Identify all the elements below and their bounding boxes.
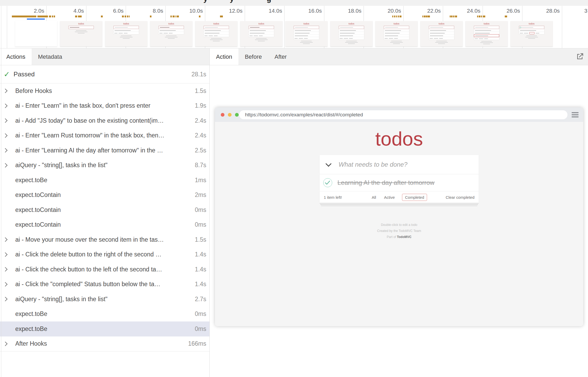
chevron-right-icon[interactable] bbox=[3, 103, 8, 108]
thumbnail-item-text bbox=[250, 33, 264, 33]
action-row[interactable]: expect.toContain0ms bbox=[0, 202, 209, 217]
action-row[interactable]: ai - Move your mouse over the second ite… bbox=[0, 232, 209, 247]
thumbnail-info-line bbox=[346, 41, 357, 41]
thumbnail-item-text bbox=[340, 30, 356, 31]
action-row[interactable]: ai - Enter "Learn Rust tomorrow" in the … bbox=[0, 128, 209, 143]
thumbnail-todos-title: todos bbox=[105, 22, 147, 25]
action-row[interactable]: ai - Enter "Learn" in the task box, don'… bbox=[0, 98, 209, 113]
timeline-tick-label: 22.0s bbox=[412, 8, 441, 14]
popout-icon[interactable] bbox=[576, 53, 584, 62]
action-row[interactable]: expect.toContain0ms bbox=[0, 217, 209, 232]
action-row[interactable]: expect.toBe0ms bbox=[0, 321, 209, 336]
thumbnail-input-text bbox=[430, 27, 443, 28]
timeline[interactable]: 2.0s4.0s6.0s8.0s10.0s12.0s14.0s16.0s18.0… bbox=[0, 6, 588, 48]
thumbnail-item-text bbox=[475, 30, 491, 31]
chevron-right-icon[interactable] bbox=[3, 341, 8, 346]
chevron-right-icon[interactable] bbox=[3, 148, 8, 153]
chevron-right-icon[interactable] bbox=[3, 89, 8, 93]
film-thumbnail[interactable]: todos bbox=[466, 21, 508, 47]
action-duration: 2.4s bbox=[195, 132, 206, 139]
action-row[interactable]: expect.toBe0ms bbox=[0, 307, 209, 322]
film-thumbnail[interactable]: todos bbox=[240, 21, 282, 47]
thumbnail-input bbox=[294, 26, 319, 29]
thumbnail-item-text bbox=[385, 36, 398, 36]
action-row[interactable]: aiQuery - "string[], tasks in the list"2… bbox=[0, 292, 209, 307]
chevron-right-icon[interactable] bbox=[3, 237, 8, 242]
thumbnail-footer-text bbox=[299, 38, 303, 39]
chevron-right-icon[interactable] bbox=[3, 267, 8, 272]
action-row[interactable]: After Hooks166ms bbox=[0, 336, 209, 351]
thumbnail-card bbox=[114, 26, 139, 34]
film-thumbnail[interactable]: todos bbox=[105, 21, 147, 47]
chevron-down-icon[interactable] bbox=[326, 161, 332, 167]
action-row[interactable]: ai - Click the check button to the left … bbox=[0, 262, 209, 277]
thumbnail-check-icon bbox=[520, 27, 521, 28]
film-thumbnail[interactable]: todos bbox=[375, 21, 418, 47]
action-marker bbox=[505, 16, 507, 17]
filter-all[interactable]: All bbox=[371, 194, 377, 201]
action-label: expect.toContain bbox=[15, 206, 192, 214]
film-thumbnail[interactable]: todos bbox=[511, 21, 553, 47]
clipped-test-title: yyg bbox=[0, 0, 588, 6]
brand-link[interactable]: TodoMVC bbox=[397, 235, 411, 239]
thumbnail-todo-item bbox=[429, 34, 454, 37]
tab-before[interactable]: Before bbox=[238, 48, 268, 65]
film-thumbnail[interactable]: todos bbox=[420, 21, 463, 47]
tab-after[interactable]: After bbox=[268, 48, 293, 65]
action-label: Before Hooks bbox=[15, 87, 192, 95]
film-thumbnail[interactable]: todos bbox=[330, 21, 373, 47]
action-row[interactable]: expect.toContain2ms bbox=[0, 188, 209, 203]
action-marker bbox=[422, 16, 423, 17]
film-thumbnail[interactable]: todos bbox=[60, 21, 102, 47]
film-thumbnail[interactable]: todos bbox=[150, 21, 192, 47]
action-row[interactable]: expect.toBe1ms bbox=[0, 173, 209, 188]
todos-title: todos bbox=[215, 129, 583, 149]
thumbnail-todo-item bbox=[249, 29, 274, 32]
action-duration: 2.5s bbox=[195, 147, 206, 154]
thumbnail-info-line bbox=[300, 42, 313, 43]
action-row[interactable]: ai - Click the "completed" Status button… bbox=[0, 277, 209, 292]
action-label: expect.toContain bbox=[15, 221, 192, 228]
action-row[interactable]: Before Hooks1.5s bbox=[0, 83, 209, 98]
timeline-tick-label: 14.0s bbox=[253, 8, 282, 14]
action-row[interactable]: ai - Click the delete button to the righ… bbox=[0, 247, 209, 262]
timeline-tick-label: 8.0s bbox=[134, 8, 163, 14]
tab-actions[interactable]: Actions bbox=[0, 48, 32, 65]
tab-metadata[interactable]: Metadata bbox=[32, 48, 68, 65]
thumbnail-todo-item bbox=[159, 29, 184, 32]
filter-active[interactable]: Active bbox=[384, 194, 395, 201]
action-marker bbox=[427, 16, 430, 17]
thumbnail-info-line bbox=[75, 32, 87, 32]
action-row[interactable]: ai - Add "JS today" to base on the exist… bbox=[0, 113, 209, 128]
chevron-right-icon[interactable] bbox=[3, 297, 8, 301]
thumbnail-footer-text bbox=[479, 38, 483, 39]
clipped-title-glyph: y bbox=[203, 0, 208, 3]
action-row[interactable]: ai - Enter "Learning AI the day after to… bbox=[0, 143, 209, 158]
film-thumbnail[interactable]: todos bbox=[285, 21, 327, 47]
action-marker bbox=[424, 16, 425, 17]
chevron-right-icon[interactable] bbox=[3, 252, 8, 257]
thumbnail-info-line bbox=[211, 38, 222, 39]
thumbnail-todos-title: todos bbox=[60, 22, 102, 25]
thumbnail-footer bbox=[204, 34, 229, 37]
thumbnail-footer-text bbox=[114, 33, 117, 33]
thumbnail-info-line bbox=[438, 43, 445, 44]
film-thumbnail[interactable] bbox=[15, 21, 57, 47]
filter-completed[interactable]: Completed bbox=[402, 194, 427, 201]
clear-completed-button[interactable]: Clear completed bbox=[446, 195, 474, 200]
thumbnail-todos-title: todos bbox=[195, 22, 237, 25]
chevron-box bbox=[4, 134, 15, 137]
film-thumbnail[interactable]: todos bbox=[195, 21, 237, 47]
new-todo-input[interactable]: What needs to be done? bbox=[339, 161, 408, 168]
clipped-title-glyph: y bbox=[230, 0, 234, 3]
chevron-right-icon[interactable] bbox=[3, 133, 8, 138]
action-marker bbox=[125, 16, 126, 17]
action-row[interactable]: aiQuery - "string[], tasks in the list"8… bbox=[0, 158, 209, 173]
chevron-right-icon[interactable] bbox=[3, 118, 8, 123]
timeline-tick-label: 18.0s bbox=[332, 8, 361, 14]
tab-action[interactable]: Action bbox=[210, 48, 238, 65]
thumbnail-footer-text bbox=[430, 38, 433, 39]
chevron-right-icon[interactable] bbox=[3, 163, 8, 167]
chevron-right-icon[interactable] bbox=[3, 282, 8, 286]
todo-checkbox-icon[interactable] bbox=[323, 178, 332, 187]
